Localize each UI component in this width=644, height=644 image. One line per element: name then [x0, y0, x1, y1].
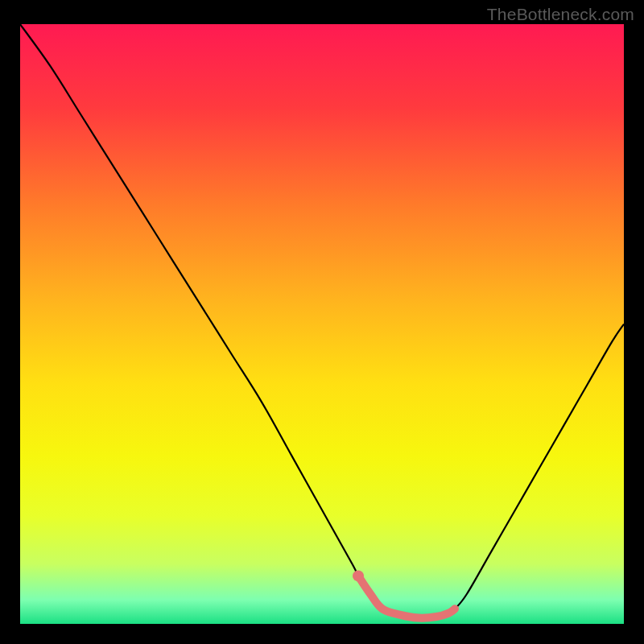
bottleneck-chart [20, 24, 624, 624]
watermark-text: TheBottleneck.com [487, 5, 634, 24]
chart-svg [20, 24, 624, 624]
gradient-background [20, 24, 624, 624]
optimal-start-marker [353, 570, 364, 581]
